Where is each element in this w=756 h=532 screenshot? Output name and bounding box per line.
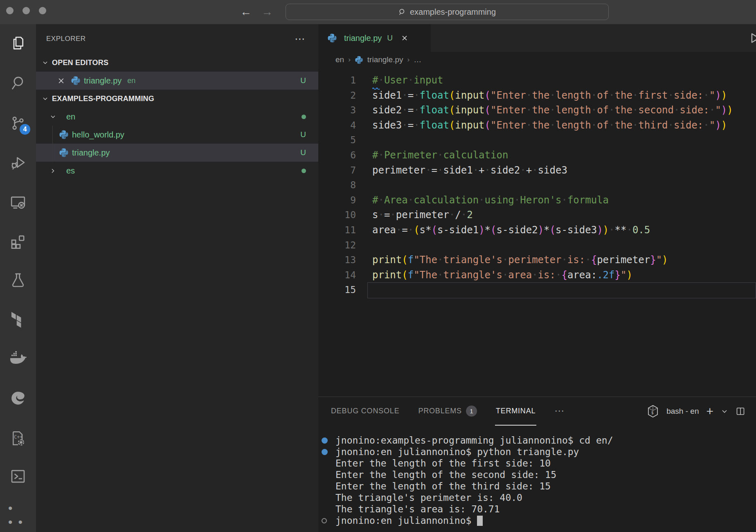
run-python-file-icon[interactable] (748, 31, 756, 45)
breadcrumb-item[interactable]: en (335, 55, 344, 64)
explorer-sidebar: EXPLORER ⋯ OPEN EDITORStriangle.pyenUEXA… (36, 24, 318, 532)
terminal-output[interactable]: jnonino:examples-programming juliannonin… (318, 426, 756, 532)
python-file-icon (327, 33, 337, 43)
code-line-7[interactable]: 7perimeter·=·side1·+·side2·+·side3 (318, 163, 756, 178)
open-editor-item-triangle.py[interactable]: triangle.pyenU (36, 72, 318, 90)
code-line-10[interactable]: 10s·=·perimeter·/·2 (318, 207, 756, 223)
terminal-line: jnonino:examples-programming juliannonin… (318, 435, 756, 446)
panel-tab-problems[interactable]: PROBLEMS1 (417, 397, 477, 426)
split-terminal-icon[interactable] (736, 406, 745, 416)
editor-tab-bar: triangle.py U (318, 24, 756, 52)
code-line-12[interactable]: 12 (318, 238, 756, 253)
activity-search-icon[interactable] (8, 73, 28, 93)
code-line-13[interactable]: 13print(f"The·triangle's·perimeter·is:·{… (318, 252, 756, 268)
line-content: #·Area·calculation·using·Heron's·formula (372, 193, 609, 208)
line-number: 15 (318, 282, 356, 298)
forward-arrow-icon[interactable]: → (259, 4, 275, 20)
line-content: print(f"The·triangle's·perimeter·is:·{pe… (372, 252, 668, 268)
file-folder-detail: en (127, 77, 135, 85)
panel-tab-debug-console[interactable]: DEBUG CONSOLE (330, 397, 400, 426)
breadcrumb-item[interactable]: triangle.py (367, 55, 403, 64)
window-titlebar: ← → examples-programming (0, 0, 756, 24)
terminal-dropdown-chevron-icon[interactable] (721, 408, 728, 415)
line-number: 2 (318, 88, 356, 103)
tab-close-icon[interactable] (400, 34, 409, 42)
panel-tab-label: DEBUG CONSOLE (331, 407, 399, 415)
tab-triangle-py[interactable]: triangle.py U (318, 24, 431, 52)
close-icon[interactable] (57, 77, 65, 85)
activity-terraform-icon[interactable] (8, 310, 28, 329)
untracked-badge: U (300, 130, 306, 139)
tree-file-triangle.py[interactable]: triangle.pyU (36, 144, 318, 162)
new-terminal-icon[interactable]: + (706, 406, 713, 417)
section-header-workspace[interactable]: EXAMPLES-PROGRAMMING (36, 90, 318, 108)
code-line-8[interactable]: 8 (318, 178, 756, 193)
activity-edge-icon[interactable] (8, 388, 28, 408)
sidebar-title: EXPLORER (46, 35, 86, 43)
terminal-text: The triangle's perimeter is: 40.0 (335, 492, 522, 503)
command-decoration-hollow-icon[interactable] (318, 518, 335, 523)
traffic-light-zoom-icon[interactable] (39, 7, 46, 14)
code-line-15[interactable]: 15 (318, 282, 756, 298)
line-content: perimeter·=·side1·+·side2·+·side3 (372, 163, 567, 178)
activity-testing-icon[interactable] (8, 271, 28, 290)
line-content: print(f"The·triangle's·area·is:·{area:.2… (372, 268, 632, 283)
terminal-line: Enter the length of the second side: 15 (318, 469, 756, 480)
untracked-badge: U (300, 76, 306, 85)
command-center-search[interactable]: examples-programming (286, 4, 609, 20)
panel-tab-terminal[interactable]: TERMINAL (495, 397, 536, 426)
activity-run-debug-icon[interactable] (8, 153, 28, 172)
traffic-light-close-icon[interactable] (6, 7, 14, 14)
file-name: hello_world.py (72, 130, 124, 140)
tab-label: triangle.py (344, 34, 382, 43)
terminal-text: The triangle's area is: 70.71 (335, 503, 500, 515)
activity-remote-explorer-icon[interactable] (8, 193, 28, 212)
line-number: 5 (318, 133, 356, 148)
git-modified-dot (302, 115, 306, 119)
tree-file-hello_world.py[interactable]: hello_world.pyU (36, 126, 318, 144)
activity-extensions-icon[interactable] (8, 232, 28, 251)
breadcrumb-item[interactable]: … (414, 55, 421, 64)
command-decoration-filled-icon[interactable] (318, 437, 335, 444)
code-line-9[interactable]: 9#·Area·calculation·using·Heron's·formul… (318, 193, 756, 208)
code-editor[interactable]: 1#·User·input2side1·=·float(input("Enter… (318, 68, 756, 397)
tree-folder-es[interactable]: es (36, 162, 318, 180)
panel-more-actions-icon[interactable]: ⋯ (554, 397, 566, 426)
line-number: 10 (318, 207, 356, 223)
line-content: side2·=·float(input("Enter·the·length·of… (372, 103, 733, 118)
code-line-14[interactable]: 14print(f"The·triangle's·area·is:·{area:… (318, 268, 756, 283)
activity-more-icon[interactable]: • • • (8, 505, 28, 525)
tree-folder-en[interactable]: en (36, 108, 318, 126)
activity-cmake-tools-icon[interactable]: C++ (8, 428, 28, 448)
svg-text:C++: C++ (14, 434, 22, 440)
file-name: triangle.py (84, 76, 122, 86)
terminal-instance-label[interactable]: bash - en (666, 407, 699, 416)
line-number: 12 (318, 238, 356, 253)
panel-tab-label: PROBLEMS (418, 407, 461, 415)
tab-untracked-badge: U (387, 34, 393, 43)
file-name: triangle.py (72, 148, 110, 158)
section-header-open-editors[interactable]: OPEN EDITORS (36, 54, 318, 72)
code-line-4[interactable]: 4side3·=·float(input("Enter·the·length·o… (318, 118, 756, 133)
activity-docker-icon[interactable] (8, 348, 28, 368)
activity-source-control-icon[interactable]: 4 (8, 113, 28, 133)
code-line-2[interactable]: 2side1·=·float(input("Enter·the·length·o… (318, 88, 756, 103)
breadcrumb[interactable]: en›triangle.py›… (318, 52, 756, 68)
back-arrow-icon[interactable]: ← (238, 4, 254, 20)
activity-explorer-icon[interactable] (8, 34, 28, 53)
line-number: 9 (318, 193, 356, 208)
activity-terminal-icon[interactable] (8, 467, 28, 486)
code-line-6[interactable]: 6#·Perimeter·calculation (318, 148, 756, 163)
code-line-5[interactable]: 5 (318, 133, 756, 148)
line-number: 13 (318, 252, 356, 268)
line-content: #·Perimeter·calculation (372, 148, 508, 163)
command-decoration-filled-icon[interactable] (318, 449, 335, 455)
code-line-11[interactable]: 11area·=·(s*(s-side1)*(s-side2)*(s-side3… (318, 223, 756, 238)
traffic-light-minimize-icon[interactable] (22, 7, 30, 14)
breadcrumb-separator-icon: › (348, 56, 351, 64)
chevron-right-icon (50, 167, 56, 174)
code-line-1[interactable]: 1#·User·input (318, 73, 756, 88)
explorer-more-actions-icon[interactable]: ⋯ (295, 37, 306, 41)
chevron-down-icon (50, 113, 56, 120)
code-line-3[interactable]: 3side2·=·float(input("Enter·the·length·o… (318, 103, 756, 118)
